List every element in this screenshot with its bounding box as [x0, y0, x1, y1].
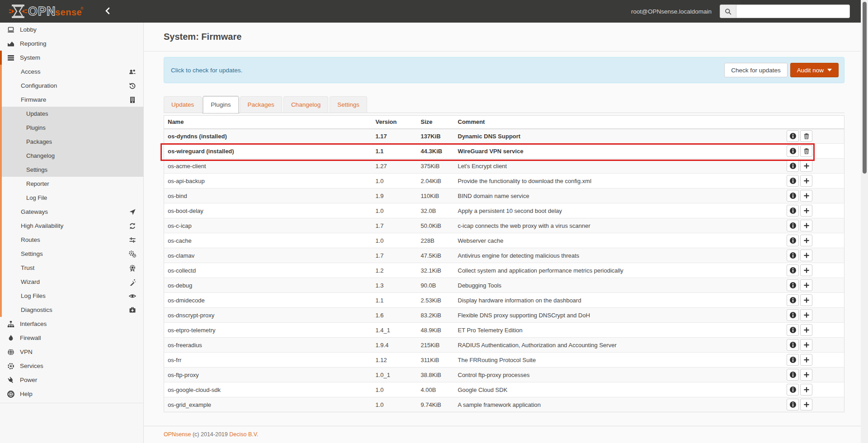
sidebar-item-wizard[interactable]: Wizard	[0, 275, 143, 289]
cell-comment: Google Cloud SDK	[454, 382, 754, 397]
sidebar-item-reporting[interactable]: Reporting	[0, 37, 143, 51]
sidebar-item-diagnostics[interactable]: Diagnostics	[0, 303, 143, 317]
remove-button[interactable]	[800, 130, 812, 142]
info-button[interactable]	[787, 339, 799, 351]
scrollbar-thumb[interactable]	[863, 2, 867, 174]
cell-name: os-frr	[164, 353, 372, 368]
cell-size: 2.53KiB	[417, 293, 454, 308]
install-button[interactable]	[800, 250, 812, 261]
info-button[interactable]	[787, 354, 799, 366]
install-button[interactable]	[800, 294, 812, 306]
sidebar-item-routes[interactable]: Routes	[0, 233, 143, 247]
sidebar-item-system[interactable]: System	[0, 51, 143, 65]
install-button[interactable]	[800, 279, 812, 291]
install-button[interactable]	[800, 264, 812, 276]
cell-name: os-ftp-proxy	[164, 368, 372, 382]
info-button[interactable]	[787, 384, 799, 396]
search-icon[interactable]	[720, 5, 736, 18]
info-button[interactable]	[787, 399, 799, 410]
tab-changelog[interactable]: Changelog	[283, 96, 328, 113]
opnsense-logo[interactable]: OPN sense ®	[8, 4, 86, 19]
sidebar-item-label: Updates	[26, 110, 48, 117]
sidebar-item-changelog[interactable]: Changelog	[0, 149, 143, 163]
sidebar-item-log-file[interactable]: Log File	[0, 191, 143, 205]
info-button[interactable]	[787, 369, 799, 381]
info-button[interactable]	[787, 190, 799, 202]
cell-comment: Debugging Tools	[454, 278, 754, 293]
cell-size: 48.9KiB	[417, 323, 454, 338]
sidebar-item-label: Interfaces	[20, 320, 47, 327]
cell-name: os-collectd	[164, 263, 372, 278]
tab-plugins[interactable]: Plugins	[203, 96, 238, 113]
info-button[interactable]	[787, 279, 799, 291]
sidebar-item-help[interactable]: Help	[0, 387, 143, 401]
cell-name: os-boot-delay	[164, 203, 372, 218]
sidebar-item-settings[interactable]: Settings	[0, 163, 143, 177]
tab-settings[interactable]: Settings	[330, 96, 367, 113]
info-button[interactable]	[787, 130, 799, 142]
install-button[interactable]	[800, 384, 812, 396]
tab-updates[interactable]: Updates	[164, 96, 202, 113]
sidebar-item-firewall[interactable]: Firewall	[0, 331, 143, 345]
sidebar-item-access[interactable]: Access	[0, 65, 143, 79]
install-button[interactable]	[800, 190, 812, 202]
install-button[interactable]	[800, 220, 812, 231]
info-button[interactable]	[787, 160, 799, 172]
sidebar-item-services[interactable]: Services	[0, 359, 143, 373]
cell-version: 1.27	[372, 159, 417, 174]
sidebar-item-power[interactable]: Power	[0, 373, 143, 387]
hourglass-icon	[8, 4, 28, 19]
sidebar-item-plugins[interactable]: Plugins	[0, 121, 143, 135]
sidebar-item-gateways[interactable]: Gateways	[0, 205, 143, 219]
tab-packages[interactable]: Packages	[240, 96, 282, 113]
sidebar-item-vpn[interactable]: VPN	[0, 345, 143, 359]
install-button[interactable]	[800, 205, 812, 217]
search-input[interactable]	[736, 5, 850, 18]
audit-now-button[interactable]: Audit now	[790, 63, 839, 77]
building-icon	[129, 96, 136, 104]
install-button[interactable]	[800, 309, 812, 321]
sidebar-item-label: Plugins	[26, 124, 46, 131]
sidebar-item-settings[interactable]: Settings	[0, 247, 143, 261]
info-button[interactable]	[787, 294, 799, 306]
table-row: os-wireguard (installed)1.144.3KiBWireGu…	[164, 144, 844, 159]
info-button[interactable]	[787, 145, 799, 157]
install-button[interactable]	[800, 324, 812, 336]
sidebar-item-trust[interactable]: Trust	[0, 261, 143, 275]
sidebar-item-packages[interactable]: Packages	[0, 135, 143, 149]
sidebar-item-lobby[interactable]: Lobby	[0, 23, 143, 37]
sidebar-collapse-button[interactable]	[105, 7, 110, 16]
sidebar-item-reporter[interactable]: Reporter	[0, 177, 143, 191]
info-button[interactable]	[787, 264, 799, 276]
install-button[interactable]	[800, 235, 812, 246]
remove-button[interactable]	[800, 145, 812, 157]
sidebar-item-updates[interactable]: Updates	[0, 107, 143, 121]
opnsense-link[interactable]: OPNsense	[164, 431, 191, 438]
info-button[interactable]	[787, 220, 799, 231]
page-scrollbar[interactable]	[861, 0, 868, 443]
sidebar-item-high-availability[interactable]: High Availability	[0, 219, 143, 233]
deciso-link[interactable]: Deciso B.V.	[229, 431, 258, 438]
install-button[interactable]	[800, 354, 812, 366]
sidebar-item-label: System	[20, 54, 40, 61]
info-button[interactable]	[787, 309, 799, 321]
install-button[interactable]	[800, 339, 812, 351]
cell-actions	[754, 189, 844, 203]
sidebar-item-interfaces[interactable]: Interfaces	[0, 317, 143, 331]
check-for-updates-button[interactable]: Check for updates	[724, 63, 788, 77]
info-button[interactable]	[787, 235, 799, 246]
install-button[interactable]	[800, 369, 812, 381]
sidebar-item-log-files[interactable]: Log Files	[0, 289, 143, 303]
info-button[interactable]	[787, 205, 799, 217]
sidebar-item-firmware[interactable]: Firmware	[0, 93, 143, 107]
sidebar-item-configuration[interactable]: Configuration	[0, 79, 143, 93]
info-button[interactable]	[787, 324, 799, 336]
install-button[interactable]	[800, 399, 812, 410]
info-button[interactable]	[787, 175, 799, 187]
lobby-icon	[7, 26, 15, 33]
info-button[interactable]	[787, 250, 799, 261]
install-button[interactable]	[800, 175, 812, 187]
cell-comment: Flexible DNS proxy supporting DNSCrypt a…	[454, 308, 754, 323]
table-row: os-grid_example1.09.74KiBA sample framew…	[164, 397, 844, 412]
install-button[interactable]	[800, 160, 812, 172]
